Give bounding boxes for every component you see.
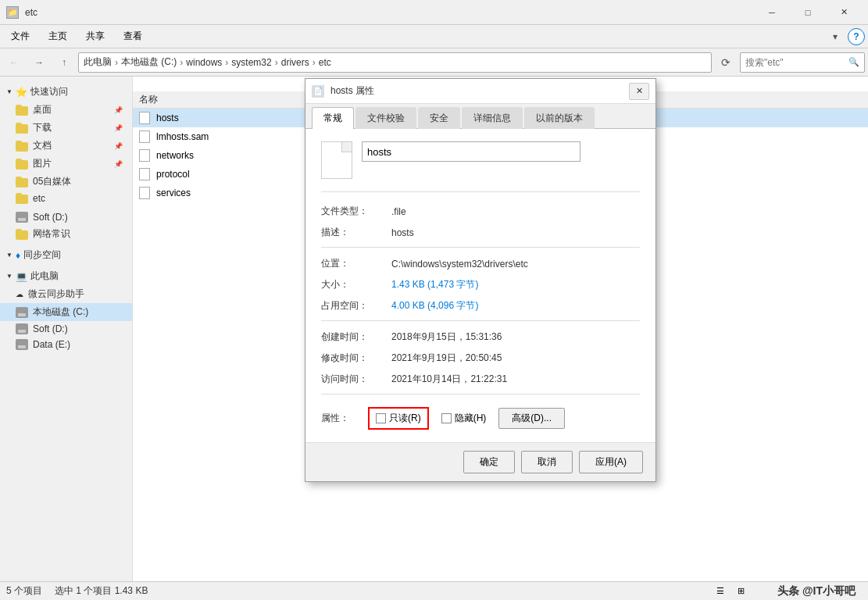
prop-loc-value: C:\windows\system32\drivers\etc (391, 259, 640, 270)
prop-filetype-value: .file (391, 206, 640, 217)
divider2 (321, 320, 640, 321)
readonly-checkbox-item[interactable]: 只读(R) (368, 407, 429, 430)
prop-description: 描述： hosts (321, 226, 640, 239)
modal-tabs: 常规 文件校验 安全 详细信息 以前的版本 (305, 104, 655, 129)
prop-disksize-value: 4.00 KB (4,096 字节) (391, 299, 640, 312)
readonly-checkbox[interactable] (376, 413, 386, 423)
hidden-checkbox[interactable] (441, 413, 452, 423)
modal-title-bar: 📄 hosts 属性 ✕ (305, 79, 655, 104)
divider3 (321, 394, 640, 395)
prop-disksize: 占用空间： 4.00 KB (4,096 字节) (321, 299, 640, 312)
attr-label: 属性： (321, 412, 368, 425)
prop-size-label: 大小： (321, 278, 391, 291)
advanced-button[interactable]: 高级(D)... (498, 408, 565, 429)
divider1 (321, 247, 640, 248)
prop-size-value: 1.43 KB (1,473 字节) (391, 278, 640, 291)
file-name-input[interactable] (362, 141, 580, 162)
modal-overlay: 📄 hosts 属性 ✕ 常规 文件校验 安全 详细信息 以前的版本 文件类型：… (0, 0, 868, 600)
tab-checksum[interactable]: 文件校验 (355, 107, 416, 129)
cancel-button[interactable]: 取消 (521, 451, 573, 473)
modal-close-button[interactable]: ✕ (629, 83, 649, 100)
modal-content: 文件类型： .file 描述： hosts 位置： C:\windows\sys… (305, 129, 655, 442)
tab-details[interactable]: 详细信息 (462, 107, 523, 129)
prop-location: 位置： C:\windows\system32\drivers\etc (321, 257, 640, 270)
prop-size: 大小： 1.43 KB (1,473 字节) (321, 278, 640, 291)
prop-modified-label: 修改时间： (321, 352, 391, 365)
apply-button[interactable]: 应用(A) (579, 451, 643, 473)
attributes-section: 属性： 只读(R) 隐藏(H) 高级(D)... (321, 407, 640, 430)
checkbox-group: 只读(R) 隐藏(H) 高级(D)... (368, 407, 640, 430)
prop-created: 创建时间： 2018年9月15日，15:31:36 (321, 330, 640, 344)
prop-accessed: 访问时间： 2021年10月14日，21:22:31 (321, 373, 640, 386)
modal-title: hosts 属性 (330, 84, 629, 98)
prop-created-label: 创建时间： (321, 330, 391, 344)
hidden-label: 隐藏(H) (455, 412, 487, 425)
prop-filetype-label: 文件类型： (321, 205, 391, 218)
prop-desc-label: 描述： (321, 226, 391, 239)
file-preview-section (321, 141, 640, 192)
tab-general[interactable]: 常规 (312, 107, 354, 129)
file-big-icon (321, 141, 352, 179)
hidden-checkbox-item[interactable]: 隐藏(H) (441, 412, 487, 425)
prop-modified-value: 2021年9月19日，20:50:45 (391, 352, 640, 365)
prop-desc-value: hosts (391, 227, 640, 238)
prop-modified: 修改时间： 2021年9月19日，20:50:45 (321, 352, 640, 365)
prop-disksize-label: 占用空间： (321, 299, 391, 312)
readonly-label: 只读(R) (389, 412, 421, 425)
prop-filetype: 文件类型： .file (321, 205, 640, 218)
prop-accessed-label: 访问时间： (321, 373, 391, 386)
modal-title-icon: 📄 (312, 85, 324, 98)
confirm-button[interactable]: 确定 (463, 451, 515, 473)
modal-footer: 确定 取消 应用(A) (305, 442, 655, 481)
prop-accessed-value: 2021年10月14日，21:22:31 (391, 373, 640, 386)
tab-previous[interactable]: 以前的版本 (524, 107, 595, 129)
properties-dialog: 📄 hosts 属性 ✕ 常规 文件校验 安全 详细信息 以前的版本 文件类型：… (305, 78, 656, 482)
prop-loc-label: 位置： (321, 257, 391, 270)
tab-security[interactable]: 安全 (418, 107, 460, 129)
prop-created-value: 2018年9月15日，15:31:36 (391, 330, 640, 344)
